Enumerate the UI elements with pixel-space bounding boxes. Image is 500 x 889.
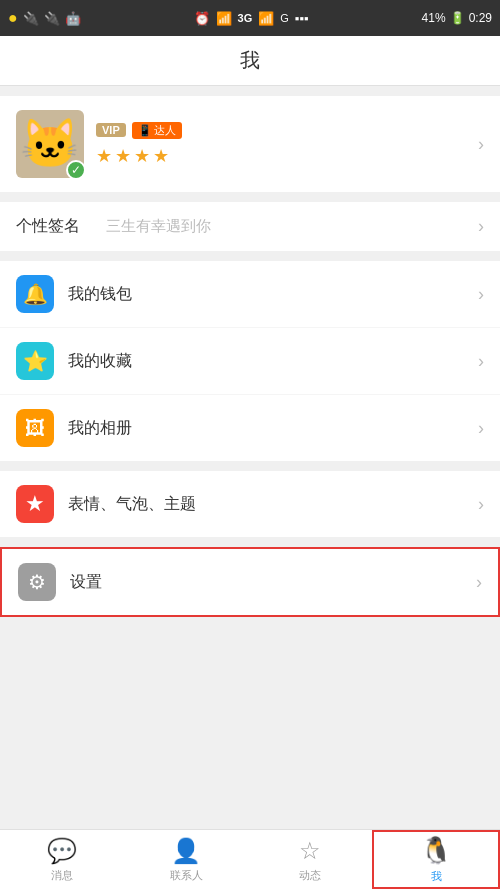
status-right: 41% 🔋 0:29 <box>422 11 492 25</box>
status-bar: ● 🔌 🔌 🤖 ⏰ 📶 3G 📶 G ▪▪▪ 41% 🔋 0:29 <box>0 0 500 36</box>
profile-card[interactable]: 🐱 ✓ VIP 📱 达人 ★ ★ ★ ★ <box>0 96 500 192</box>
settings-left: ⚙ 设置 <box>18 563 102 601</box>
settings-label: 设置 <box>70 572 102 593</box>
theme-icon-glyph: ★ <box>25 491 45 517</box>
icon-circle-yellow: ● <box>8 9 18 27</box>
nav-moments[interactable]: ☆ 动态 <box>248 830 372 889</box>
stars-row: ★ ★ ★ ★ <box>96 145 182 167</box>
album-icon: 🖼 <box>16 409 54 447</box>
profile-badges: VIP 📱 达人 <box>96 122 182 139</box>
settings-icon-glyph: ⚙ <box>28 570 46 594</box>
messages-icon: 💬 <box>47 837 77 865</box>
wallet-icon: 🔔 <box>16 275 54 313</box>
title-bar: 我 <box>0 36 500 86</box>
album-icon-glyph: 🖼 <box>25 417 45 440</box>
star-2: ★ <box>115 145 131 167</box>
penguin-icon: 🐧 <box>420 835 452 866</box>
content-area: 🐱 ✓ VIP 📱 达人 ★ ★ ★ ★ <box>0 86 500 829</box>
album-left: 🖼 我的相册 <box>16 409 132 447</box>
wallet-chevron: › <box>478 284 484 305</box>
theme-label: 表情、气泡、主题 <box>68 494 196 515</box>
status-center: ⏰ 📶 3G 📶 G ▪▪▪ <box>194 11 309 26</box>
menu-item-settings[interactable]: ⚙ 设置 › <box>0 547 500 617</box>
nav-messages[interactable]: 💬 消息 <box>0 830 124 889</box>
verified-badge: ✓ <box>66 160 86 180</box>
battery-icon: 🔋 <box>450 11 465 25</box>
profile-chevron: › <box>478 134 484 155</box>
favorites-chevron: › <box>478 351 484 372</box>
wifi-icon: 📶 <box>216 11 232 26</box>
favorites-icon-glyph: ⭐ <box>23 349 48 373</box>
messages-label: 消息 <box>51 868 73 883</box>
expert-icon: 📱 <box>138 124 152 137</box>
status-left-icons: ● 🔌 🔌 🤖 <box>8 9 81 27</box>
favorites-label: 我的收藏 <box>68 351 132 372</box>
signature-label: 个性签名 <box>16 216 96 237</box>
wallet-label: 我的钱包 <box>68 284 132 305</box>
nav-me[interactable]: 🐧 我 <box>372 830 500 889</box>
wallet-icon-glyph: 🔔 <box>23 282 48 306</box>
profile-info: VIP 📱 达人 ★ ★ ★ ★ <box>96 122 182 167</box>
theme-chevron: › <box>478 494 484 515</box>
moments-label: 动态 <box>299 868 321 883</box>
signature-value: 三生有幸遇到你 <box>106 217 478 236</box>
icon-usb1: 🔌 <box>23 11 39 26</box>
vip-badge: VIP <box>96 123 126 137</box>
moments-icon: ☆ <box>299 837 321 865</box>
battery-percent: 41% <box>422 11 446 25</box>
favorites-left: ⭐ 我的收藏 <box>16 342 132 380</box>
menu-item-wallet[interactable]: 🔔 我的钱包 › <box>0 261 500 328</box>
signature-row[interactable]: 个性签名 三生有幸遇到你 › <box>0 202 500 251</box>
network-3g: 3G <box>238 12 253 24</box>
icon-android: 🤖 <box>65 11 81 26</box>
menu-section-1: 🔔 我的钱包 › ⭐ 我的收藏 › 🖼 我的相册 › <box>0 261 500 461</box>
settings-chevron: › <box>476 572 482 593</box>
star-3: ★ <box>134 145 150 167</box>
contacts-icon: 👤 <box>171 837 201 865</box>
signal-icon: 📶 <box>258 11 274 26</box>
album-chevron: › <box>478 418 484 439</box>
avatar-container: 🐱 ✓ <box>16 110 84 178</box>
wallet-left: 🔔 我的钱包 <box>16 275 132 313</box>
album-label: 我的相册 <box>68 418 132 439</box>
me-label: 我 <box>431 869 442 884</box>
bottom-nav: 💬 消息 👤 联系人 ☆ 动态 🐧 我 <box>0 829 500 889</box>
signature-chevron: › <box>478 216 484 237</box>
star-4: ★ <box>153 145 169 167</box>
settings-icon: ⚙ <box>18 563 56 601</box>
star-1: ★ <box>96 145 112 167</box>
network-g: G <box>280 12 289 24</box>
theme-left: ★ 表情、气泡、主题 <box>16 485 196 523</box>
theme-icon: ★ <box>16 485 54 523</box>
expert-label: 达人 <box>154 123 176 138</box>
check-icon: ✓ <box>71 163 81 177</box>
time-display: 0:29 <box>469 11 492 25</box>
theme-section: ★ 表情、气泡、主题 › <box>0 471 500 537</box>
contacts-label: 联系人 <box>170 868 203 883</box>
menu-item-favorites[interactable]: ⭐ 我的收藏 › <box>0 328 500 395</box>
menu-item-album[interactable]: 🖼 我的相册 › <box>0 395 500 461</box>
profile-left: 🐱 ✓ VIP 📱 达人 ★ ★ ★ ★ <box>16 110 182 178</box>
signal-bars: ▪▪▪ <box>295 11 309 26</box>
nav-contacts[interactable]: 👤 联系人 <box>124 830 248 889</box>
menu-item-theme[interactable]: ★ 表情、气泡、主题 › <box>0 471 500 537</box>
expert-badge: 📱 达人 <box>132 122 182 139</box>
clock-icon: ⏰ <box>194 11 210 26</box>
page-title: 我 <box>240 47 260 74</box>
favorites-icon: ⭐ <box>16 342 54 380</box>
icon-usb2: 🔌 <box>44 11 60 26</box>
